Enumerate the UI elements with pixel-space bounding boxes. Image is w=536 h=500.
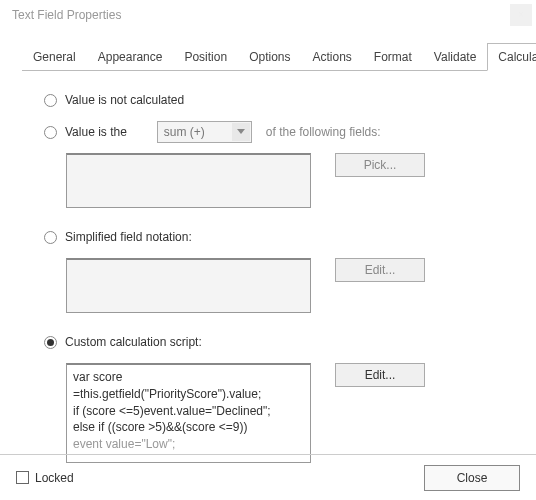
fields-list-box[interactable] — [66, 153, 311, 208]
calculate-panel: Value is not calculated Value is the sum… — [0, 71, 536, 463]
tab-options[interactable]: Options — [238, 43, 301, 71]
tab-strip: General Appearance Position Options Acti… — [22, 42, 514, 71]
operation-value: sum (+) — [164, 125, 205, 139]
label-following: of the following fields: — [266, 125, 381, 139]
script-line: =this.getfield("PriorityScore").value; — [73, 386, 304, 403]
chevron-down-icon — [232, 123, 250, 141]
operation-select[interactable]: sum (+) — [157, 121, 252, 143]
locked-label: Locked — [35, 471, 74, 485]
script-line: event value="Low"; — [73, 436, 304, 453]
simplified-notation-box[interactable] — [66, 258, 311, 313]
pick-button[interactable]: Pick... — [335, 153, 425, 177]
window-title: Text Field Properties — [12, 8, 121, 22]
tab-general[interactable]: General — [22, 43, 87, 71]
label-value-is-the: Value is the — [65, 125, 127, 139]
radio-custom-script[interactable] — [44, 336, 57, 349]
label-custom-script: Custom calculation script: — [65, 335, 202, 349]
custom-script-box[interactable]: var score =this.getfield("PriorityScore"… — [66, 363, 311, 463]
tab-position[interactable]: Position — [173, 43, 238, 71]
label-not-calculated: Value is not calculated — [65, 93, 184, 107]
label-simplified: Simplified field notation: — [65, 230, 192, 244]
tab-validate[interactable]: Validate — [423, 43, 487, 71]
script-line: if (score <=5)event.value="Declined"; — [73, 403, 304, 420]
locked-checkbox[interactable] — [16, 471, 29, 484]
titlebar: Text Field Properties × — [0, 0, 536, 30]
edit-simplified-button[interactable]: Edit... — [335, 258, 425, 282]
edit-script-button[interactable]: Edit... — [335, 363, 425, 387]
close-button[interactable]: Close — [424, 465, 520, 491]
tab-calculate[interactable]: Calculate — [487, 43, 536, 71]
window-close-button[interactable]: × — [510, 4, 532, 26]
radio-not-calculated[interactable] — [44, 94, 57, 107]
tab-actions[interactable]: Actions — [301, 43, 362, 71]
script-line: else if ((score >5)&&(score <=9)) — [73, 419, 304, 436]
radio-value-is-the[interactable] — [44, 126, 57, 139]
script-line: var score — [73, 369, 304, 386]
tab-format[interactable]: Format — [363, 43, 423, 71]
tab-appearance[interactable]: Appearance — [87, 43, 174, 71]
bottom-bar: Locked Close — [0, 454, 536, 500]
radio-simplified[interactable] — [44, 231, 57, 244]
